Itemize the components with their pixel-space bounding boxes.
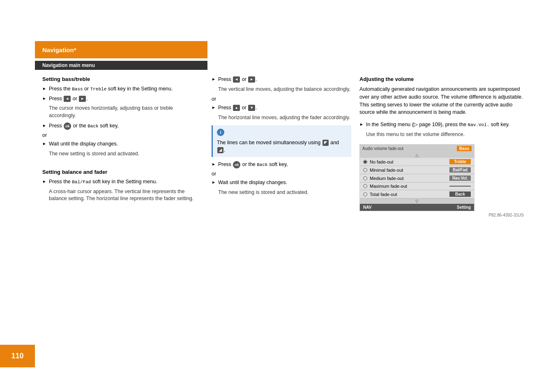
menu-rows: No fade-out Treble Minimal fade-out Bal/… — [360, 158, 474, 198]
ok-button-icon: ok — [233, 161, 240, 168]
down-arrow: ▽ — [360, 198, 474, 204]
car-menu-screenshot: Audio volume fade-out Bass △ No fade-out… — [359, 144, 474, 211]
softkey-balfad: Bal/Fad — [449, 167, 471, 173]
left-column: Setting bass/treble ► Press the Bass or … — [42, 76, 200, 206]
list-item: ► Wait until the display changes. — [42, 141, 200, 148]
right-description: Automatically generated navigation annou… — [359, 85, 524, 116]
key-right: ► — [79, 96, 86, 102]
sub-text: The horizontal line moves, adjusting the… — [218, 114, 351, 122]
radio-selected — [363, 160, 367, 164]
key-label: Nav.Vol. — [468, 122, 490, 127]
menu-setting-label: Setting — [457, 205, 471, 210]
info-box: i The lines can be moved simultaneously … — [212, 125, 351, 157]
right-column: Adjusting the volume Automatically gener… — [359, 76, 524, 217]
chapter-header: Navigation* — [35, 41, 207, 58]
list-item: ► Press ok or the Back soft key, — [212, 161, 351, 168]
menu-row: Medium fade-out Nav.Vol. — [360, 174, 474, 182]
bullet-arrow: ► — [42, 141, 46, 146]
info-icon: i — [217, 129, 224, 136]
page-number: 110 — [11, 352, 23, 360]
softkey-navvol: Nav.Vol. — [449, 175, 471, 181]
right-section-title: Adjusting the volume — [359, 76, 524, 82]
bullet-text: Wait until the display changes. — [49, 141, 118, 148]
or-text: or — [212, 96, 351, 102]
or-text: or — [42, 132, 200, 138]
section-header: Navigation main menu — [35, 61, 207, 70]
or-text: or — [212, 171, 351, 177]
section1-title: Setting bass/treble — [42, 76, 200, 82]
menu-row: No fade-out Treble — [360, 158, 474, 166]
softkey-back: Back — [449, 191, 471, 197]
list-item: ► Press the Bal/Fad soft key in the Sett… — [42, 178, 200, 186]
section2-title: Setting balance and fader — [42, 169, 200, 175]
bullet-text: In the Setting menu (▷ page 109), press … — [366, 121, 510, 129]
bullet-text: Press the Bass or Treble soft key in the… — [49, 85, 173, 93]
bullet-text: Press ok or the Back soft key, — [218, 161, 288, 168]
ok-button-icon: ok — [64, 122, 71, 130]
key-label: Back — [257, 162, 267, 167]
softkey-bass: Bass — [457, 146, 472, 151]
menu-nav-label: NAV — [363, 205, 371, 210]
page-container: Navigation* Navigation main menu Setting… — [0, 0, 555, 392]
chapter-title: Navigation* — [42, 46, 76, 53]
key-left: ◄ — [64, 96, 71, 102]
menu-row-label: Total fade-out — [370, 192, 449, 197]
key-left: ◄ — [233, 76, 240, 83]
bullet-arrow: ► — [212, 180, 216, 184]
sub-text: Use this menu to set the volume differen… — [366, 131, 524, 138]
mid-column: ► Press ◄ or ►. The vertical line moves,… — [212, 76, 351, 199]
key-right: ► — [248, 76, 255, 83]
key-up: ▲ — [233, 105, 240, 111]
sub-text: A cross-hair cursor appears. The vertica… — [49, 188, 200, 203]
menu-row: Minimal fade-out Bal/Fad — [360, 166, 474, 174]
bullet-text: Press the Bal/Fad soft key in the Settin… — [49, 178, 157, 186]
key-diagleft: ◤ — [322, 140, 329, 146]
radio-empty — [363, 168, 367, 172]
list-item: ► Press ◄ or ►. — [212, 76, 351, 83]
softkey-empty — [449, 186, 471, 187]
bullet-text: Wait until the display changes. — [218, 179, 287, 187]
sub-text: The vertical line moves, adjusting the b… — [218, 86, 351, 93]
menu-row-label: Medium fade-out — [370, 176, 449, 181]
list-item: ► Press ◄ or ►. — [42, 95, 200, 103]
menu-title: Audio volume fade-out — [362, 146, 457, 151]
key-label: Back — [88, 124, 98, 129]
bullet-arrow: ► — [212, 162, 216, 166]
part-number: P82.86-4392-31US — [359, 213, 524, 217]
menu-row: Total fade-out Back — [360, 190, 474, 198]
key-label: Bass — [72, 87, 83, 92]
menu-row: Maximum fade-out — [360, 182, 474, 190]
list-item: ► In the Setting menu (▷ page 109), pres… — [359, 121, 524, 129]
menu-row-label: Minimal fade-out — [370, 168, 449, 173]
key-down: ▼ — [248, 105, 255, 111]
menu-bottom-bar: NAV Setting — [360, 204, 474, 211]
bullet-text: Press ▲ or ▼. — [218, 104, 257, 112]
radio-empty — [363, 176, 367, 180]
menu-row-label: No fade-out — [370, 159, 449, 164]
bullet-text: Press ok or the Back soft key, — [49, 122, 119, 130]
bullet-arrow: ► — [42, 123, 46, 128]
bullet-arrow: ► — [42, 96, 46, 101]
key-diagright: ◢ — [217, 147, 223, 153]
list-item: ► Wait until the display changes. — [212, 179, 351, 187]
sub-text: The new setting is stored and activated. — [49, 150, 200, 158]
list-item: ► Press ok or the Back soft key, — [42, 122, 200, 130]
list-item: ► Press the Bass or Treble soft key in t… — [42, 85, 200, 93]
bullet-text: Press ◄ or ►. — [49, 95, 88, 103]
bullet-arrow: ► — [42, 179, 46, 184]
menu-row-label: Maximum fade-out — [370, 184, 449, 189]
key-label: Treble — [90, 87, 107, 92]
bullet-arrow: ► — [212, 77, 216, 81]
section-title: Navigation main menu — [42, 62, 95, 68]
bullet-arrow: ► — [359, 122, 364, 127]
up-arrow: △ — [360, 152, 474, 158]
bullet-arrow: ► — [212, 105, 216, 110]
key-label: Bal/Fad — [72, 180, 91, 184]
radio-dot — [364, 161, 366, 163]
bullet-text: Press ◄ or ►. — [218, 76, 257, 83]
page-number-box: 110 — [0, 345, 35, 367]
radio-empty — [363, 192, 367, 196]
info-text: The lines can be moved simultaneously us… — [217, 139, 347, 154]
sub-text: The new setting is stored and activated. — [218, 189, 351, 196]
radio-empty — [363, 184, 367, 188]
